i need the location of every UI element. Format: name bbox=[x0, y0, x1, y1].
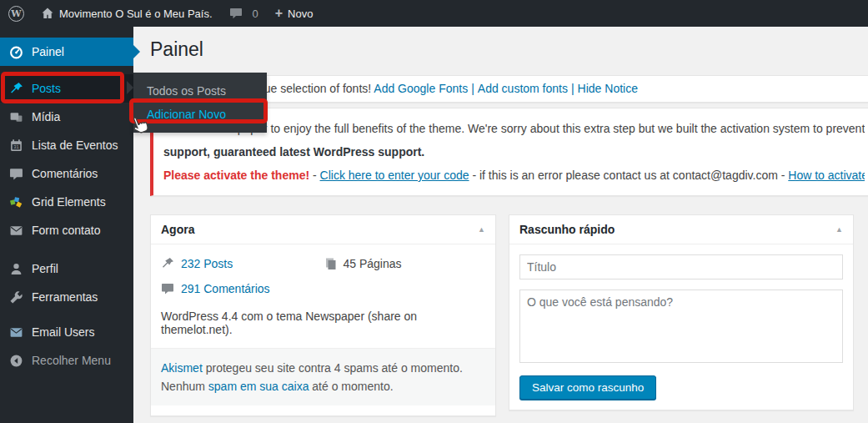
new-label: Novo bbox=[288, 8, 313, 20]
widget-title: Agora bbox=[161, 223, 194, 236]
comments-bubble-icon bbox=[229, 8, 243, 20]
sidebar-item-ferramentas[interactable]: Ferramentas bbox=[0, 283, 133, 311]
admin-bar-comments[interactable]: 0 bbox=[221, 0, 267, 27]
how-to-activate-link[interactable]: How to activate the bbox=[788, 169, 865, 182]
akismet-link[interactable]: Akismet bbox=[161, 361, 203, 375]
active-menu-arrow bbox=[133, 45, 140, 58]
wordpress-version-text: WordPress 4.4 com o tema Newspaper (shar… bbox=[161, 310, 485, 336]
widget-title: Rascunho rápido bbox=[519, 223, 615, 236]
activation-line1: Activate Newspaper to enjoy the full ben… bbox=[163, 117, 865, 140]
wordpress-logo-icon: W bbox=[8, 6, 24, 22]
at-a-glance-body: 232 Posts 45 Páginas 291 C bbox=[151, 244, 495, 415]
svg-text:31: 31 bbox=[13, 144, 18, 149]
add-google-fonts-link[interactable]: Add Google Fonts bbox=[374, 82, 468, 95]
pages-stat: 45 Páginas bbox=[324, 254, 486, 273]
at-a-glance-header[interactable]: Agora ▲ bbox=[151, 215, 495, 244]
save-draft-button[interactable]: Salvar como rascunho bbox=[519, 375, 656, 400]
at-a-glance-widget: Agora ▲ 232 Posts bbox=[150, 214, 496, 416]
comments-stat: 291 Comentários bbox=[161, 279, 324, 298]
email-users-icon bbox=[8, 324, 24, 340]
pushpin-icon bbox=[161, 257, 176, 270]
add-custom-fonts-link[interactable]: Add custom fonts bbox=[478, 82, 568, 95]
posts-submenu: Todos os Posts Adicionar Novo bbox=[133, 73, 267, 133]
sidebar-item-label: Form contato bbox=[32, 224, 100, 237]
posts-count-link[interactable]: 232 Posts bbox=[181, 257, 233, 270]
calendar-icon: 31 bbox=[8, 137, 24, 154]
quick-draft-widget: Rascunho rápido ▲ Salvar como rascunho bbox=[509, 214, 854, 410]
comment-icon bbox=[161, 282, 176, 295]
plus-icon: + bbox=[275, 7, 283, 20]
dashboard-widgets: Agora ▲ 232 Posts bbox=[150, 214, 851, 423]
akismet-text2: Nenhum bbox=[161, 380, 208, 393]
separator: | bbox=[571, 82, 574, 95]
collapse-toggle-icon[interactable]: ▲ bbox=[478, 225, 485, 234]
sidebar-item-label: Grid Elements bbox=[32, 195, 106, 209]
separator: | bbox=[471, 82, 474, 95]
quick-draft-header[interactable]: Rascunho rápido ▲ bbox=[509, 215, 853, 244]
pages-icon bbox=[324, 257, 339, 270]
pushpin-icon bbox=[8, 80, 24, 97]
sidebar-item-grid-elements[interactable]: Grid Elements bbox=[0, 188, 133, 216]
activation-line2: support, guaranteed latest WordPress sup… bbox=[163, 140, 865, 164]
quick-draft-body: Salvar como rascunho bbox=[509, 244, 853, 410]
separator: - bbox=[309, 169, 319, 182]
sidebar-item-label: Email Users bbox=[32, 325, 94, 339]
spam-queue-link[interactable]: spam em sua caixa bbox=[208, 380, 309, 393]
comment-count: 0 bbox=[253, 8, 258, 20]
submenu-arrow bbox=[127, 81, 133, 94]
page-title: Painel bbox=[133, 27, 868, 62]
posts-stat: 232 Posts bbox=[161, 254, 324, 273]
sidebar-item-collapse-menu[interactable]: Recolher Menu bbox=[0, 346, 133, 375]
akismet-text3: até o momento. bbox=[309, 380, 393, 393]
sidebar-item-label: Posts bbox=[32, 82, 61, 95]
sidebar-item-lista-de-eventos[interactable]: 31 Lista de Eventos bbox=[0, 131, 133, 159]
draft-content-textarea[interactable] bbox=[519, 290, 843, 363]
activation-contact-text: - if this is an error please contact us … bbox=[469, 169, 789, 182]
comment-icon bbox=[8, 165, 24, 182]
sidebar-item-form-contato[interactable]: Form contato bbox=[0, 216, 133, 244]
activation-warning: Please activate the theme! bbox=[163, 169, 309, 182]
comments-count-link[interactable]: 291 Comentários bbox=[181, 282, 270, 295]
grid-elements-icon bbox=[8, 194, 24, 210]
sidebar-item-email-users[interactable]: Email Users bbox=[0, 318, 133, 346]
dashboard-gauge-icon bbox=[8, 43, 24, 60]
collapse-toggle-icon[interactable]: ▲ bbox=[835, 225, 843, 234]
admin-sidebar: Painel Posts Mídia 31 Lista de Eventos C… bbox=[0, 27, 133, 423]
hide-notice-link[interactable]: Hide Notice bbox=[578, 82, 638, 95]
sidebar-item-midia[interactable]: Mídia bbox=[0, 103, 133, 131]
submenu-item-add-new[interactable]: Adicionar Novo bbox=[133, 103, 267, 126]
sidebar-item-label: Lista de Eventos bbox=[32, 138, 118, 152]
envelope-icon bbox=[8, 222, 24, 239]
sidebar-item-label: Perfil bbox=[32, 262, 58, 275]
sidebar-item-perfil[interactable]: Perfil bbox=[0, 254, 133, 283]
akismet-text: protegeu seu site contra 4 spams até o m… bbox=[203, 361, 463, 375]
sidebar-item-label: Recolher Menu bbox=[32, 354, 111, 367]
enter-code-link[interactable]: Click here to enter your code bbox=[320, 169, 469, 182]
home-icon bbox=[41, 7, 54, 20]
sidebar-item-label: Ferramentas bbox=[32, 290, 98, 304]
akismet-status: Akismet protegeu seu site contra 4 spams… bbox=[151, 348, 495, 405]
new-content-button[interactable]: + Novo bbox=[267, 0, 322, 27]
sidebar-item-painel[interactable]: Painel bbox=[0, 38, 133, 66]
sidebar-item-label: Comentários bbox=[32, 167, 98, 180]
admin-bar: W Movimento O Sul é o Meu País. 0 + Novo bbox=[0, 0, 868, 27]
user-icon bbox=[8, 260, 24, 277]
collapse-menu-icon bbox=[8, 352, 24, 369]
submenu-item-all-posts[interactable]: Todos os Posts bbox=[133, 79, 267, 103]
sidebar-item-label: Mídia bbox=[32, 110, 60, 123]
wrench-icon bbox=[8, 289, 24, 305]
site-name: Movimento O Sul é o Meu País. bbox=[59, 8, 213, 20]
wordpress-logo-button[interactable]: W bbox=[0, 0, 33, 27]
draft-title-input[interactable] bbox=[519, 254, 843, 279]
pages-count: 45 Páginas bbox=[344, 257, 402, 270]
sidebar-item-label: Painel bbox=[32, 45, 64, 58]
sidebar-item-comentarios[interactable]: Comentários bbox=[0, 159, 133, 188]
activation-line3: Please activate the theme! - Click here … bbox=[163, 164, 865, 187]
sidebar-item-posts[interactable]: Posts bbox=[0, 74, 133, 103]
site-name-link[interactable]: Movimento O Sul é o Meu País. bbox=[33, 0, 221, 27]
media-icon bbox=[8, 108, 24, 125]
